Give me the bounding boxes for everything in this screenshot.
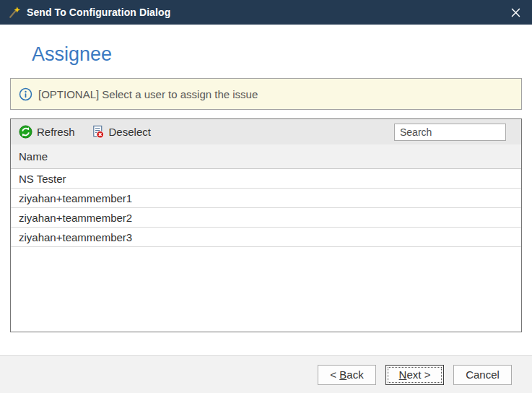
- close-button[interactable]: [499, 0, 532, 25]
- footer-bar: < Back Next > Cancel: [0, 355, 532, 393]
- search-input[interactable]: [394, 124, 506, 141]
- info-circle-icon: [19, 87, 32, 101]
- back-button[interactable]: < Back: [318, 365, 376, 385]
- refresh-icon: [19, 125, 32, 139]
- dialog-content: Assignee [OPTIONAL] Select a user to ass…: [0, 25, 532, 355]
- send-to-configuration-dialog: Send To Configuration Dialog Assignee [O…: [0, 0, 532, 393]
- deselect-icon: [91, 125, 105, 139]
- name-column-header[interactable]: Name: [11, 144, 521, 169]
- title-bar: Send To Configuration Dialog: [0, 0, 532, 25]
- window-title: Send To Configuration Dialog: [27, 7, 170, 18]
- info-banner: [OPTIONAL] Select a user to assign the i…: [10, 78, 522, 110]
- table-row[interactable]: ziyahan+teammember3: [11, 228, 521, 247]
- table-row[interactable]: NS Tester: [11, 169, 521, 189]
- list-toolbar: Refresh Deselect: [11, 119, 521, 144]
- page-title: Assignee: [32, 43, 522, 66]
- table-row[interactable]: ziyahan+teammember2: [11, 208, 521, 228]
- deselect-button[interactable]: Deselect: [91, 125, 151, 139]
- next-button[interactable]: Next >: [385, 365, 444, 385]
- user-list: NS Testerziyahan+teammember1ziyahan+team…: [11, 169, 521, 332]
- info-banner-text: [OPTIONAL] Select a user to assign the i…: [38, 88, 258, 100]
- close-icon: [511, 8, 520, 17]
- wand-icon: [8, 6, 21, 19]
- deselect-label: Deselect: [109, 126, 151, 138]
- name-column-label: Name: [19, 150, 48, 163]
- refresh-button[interactable]: Refresh: [19, 125, 75, 139]
- cancel-button[interactable]: Cancel: [453, 365, 512, 385]
- refresh-label: Refresh: [37, 126, 75, 138]
- table-row[interactable]: ziyahan+teammember1: [11, 189, 521, 208]
- user-list-panel: Refresh Deselect: [10, 118, 522, 332]
